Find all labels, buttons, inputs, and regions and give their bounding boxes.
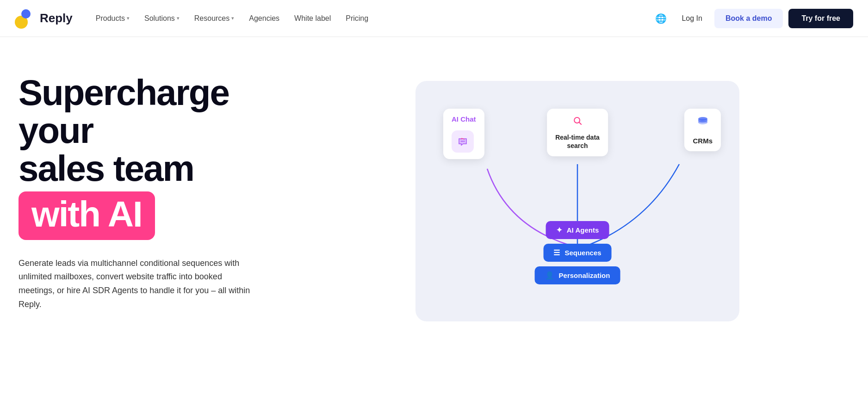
pill-ai-agents[interactable]: ✦ AI Agents: [546, 221, 609, 239]
hero-description: Generate leads via multichannel conditio…: [19, 257, 259, 312]
hero-heading: Supercharge your sales team: [19, 74, 287, 188]
svg-point-4: [464, 141, 465, 142]
pill-sequences[interactable]: ☰ Sequences: [543, 244, 611, 262]
nav-item-agencies[interactable]: Agencies: [242, 11, 286, 26]
nav-links: Products ▾ Solutions ▾ Resources ▾ Agenc…: [89, 11, 653, 26]
diagram-crm-card: CRMs: [684, 109, 721, 151]
nav-item-solutions[interactable]: Solutions ▾: [138, 11, 186, 26]
navigation: Reply Products ▾ Solutions ▾ Resources ▾…: [0, 0, 868, 37]
hero-content: Supercharge your sales team with AI Gene…: [19, 65, 287, 311]
diagram-realtime-card: Real-time datasearch: [547, 109, 608, 156]
svg-point-2: [461, 141, 462, 142]
hero-section: Supercharge your sales team with AI Gene…: [0, 37, 868, 394]
search-icon: [572, 115, 583, 129]
chevron-down-icon: ▾: [177, 15, 180, 21]
nav-right: 🌐 Log In Book a demo Try for free: [652, 9, 853, 28]
diagram-bottom-cards: ✦ AI Agents ☰ Sequences 👤 Personalizatio…: [535, 221, 620, 284]
ai-chat-icon: [452, 130, 474, 153]
login-button[interactable]: Log In: [675, 11, 708, 26]
chevron-down-icon: ▾: [231, 15, 234, 21]
svg-point-3: [462, 141, 463, 142]
diagram-container: AI Chat: [415, 81, 739, 321]
personalization-icon: 👤: [545, 271, 554, 280]
ai-badge: with AI: [19, 191, 155, 240]
logo-text: Reply: [40, 11, 73, 25]
nav-item-whitelabel[interactable]: White label: [288, 11, 337, 26]
nav-item-products[interactable]: Products ▾: [89, 11, 136, 26]
ai-agents-icon: ✦: [556, 226, 562, 234]
nav-item-resources[interactable]: Resources ▾: [188, 11, 241, 26]
svg-point-10: [698, 121, 707, 124]
hero-diagram: AI Chat: [305, 65, 849, 333]
language-selector[interactable]: 🌐: [652, 10, 670, 27]
logo-icon: [15, 8, 35, 29]
try-free-button[interactable]: Try for free: [788, 9, 853, 28]
book-demo-button[interactable]: Book a demo: [714, 9, 783, 28]
nav-item-pricing[interactable]: Pricing: [339, 11, 375, 26]
realtime-label: Real-time datasearch: [555, 133, 600, 150]
crm-icon: [696, 115, 710, 132]
logo-link[interactable]: Reply: [15, 8, 73, 29]
chevron-down-icon: ▾: [127, 15, 130, 21]
sequences-icon: ☰: [553, 248, 560, 257]
pill-personalization[interactable]: 👤 Personalization: [535, 266, 620, 284]
svg-point-5: [574, 117, 580, 123]
diagram-ai-chat-card: AI Chat: [443, 109, 484, 159]
